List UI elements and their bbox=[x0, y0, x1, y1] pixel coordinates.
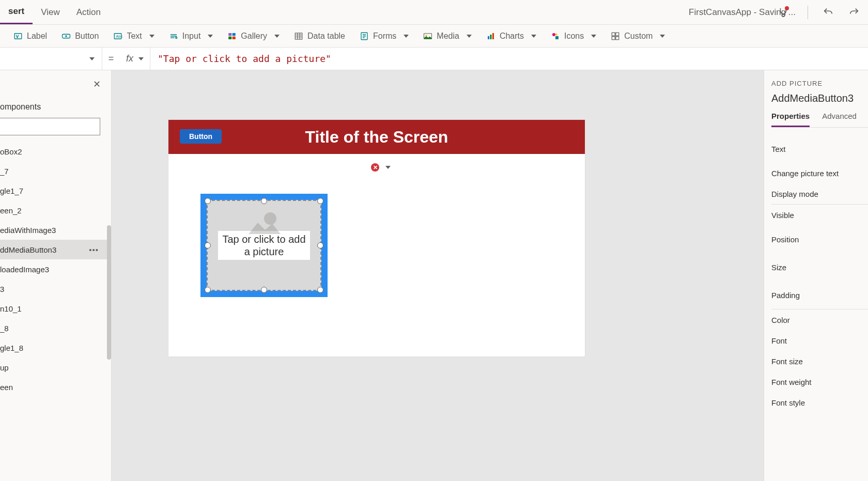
property-list: Text Change picture text Display mode Vi… bbox=[771, 128, 868, 481]
fx-label[interactable]: fx bbox=[120, 48, 150, 70]
tree-heading: omponents bbox=[0, 98, 111, 118]
tree-item[interactable]: een bbox=[0, 377, 111, 397]
formula-input[interactable]: "Tap or click to add a picture" bbox=[150, 53, 868, 64]
svg-rect-16 bbox=[490, 35, 491, 39]
tab-properties[interactable]: Properties bbox=[771, 112, 810, 127]
svg-point-3 bbox=[66, 35, 67, 36]
ribbon-custom[interactable]: Custom bbox=[611, 32, 665, 41]
tree-item[interactable]: loadedImage3 bbox=[0, 259, 111, 279]
property-selector[interactable] bbox=[0, 48, 102, 70]
svg-rect-7 bbox=[229, 33, 232, 36]
svg-rect-21 bbox=[616, 33, 619, 36]
canvas-button-control[interactable]: Button bbox=[180, 129, 222, 144]
image-placeholder-icon bbox=[243, 208, 285, 239]
resize-handle[interactable] bbox=[261, 287, 267, 293]
tree-item[interactable]: oBox2 bbox=[0, 142, 111, 161]
health-icon[interactable] bbox=[778, 7, 793, 18]
main-tabs: sert View Action bbox=[0, 0, 109, 24]
add-media-control[interactable]: Tap or click to add a picture bbox=[200, 194, 328, 297]
redo-icon[interactable] bbox=[848, 7, 860, 18]
screen-title-label: Title of the Screen bbox=[305, 128, 448, 147]
resize-handle[interactable] bbox=[317, 287, 323, 293]
prop-size[interactable]: Size bbox=[771, 253, 868, 281]
prop-visible[interactable]: Visible bbox=[771, 205, 868, 225]
tree-item[interactable]: een_2 bbox=[0, 200, 111, 220]
close-icon[interactable]: ✕ bbox=[93, 79, 101, 90]
svg-rect-17 bbox=[492, 33, 494, 39]
tree-item[interactable]: ediaWithImage3 bbox=[0, 220, 111, 240]
ribbon-charts[interactable]: Charts bbox=[486, 32, 536, 41]
tree-item[interactable]: n10_1 bbox=[0, 299, 111, 318]
label-icon bbox=[13, 32, 23, 41]
svg-rect-11 bbox=[295, 33, 302, 39]
insert-ribbon: Label Button Abc Text Input Gallery Data… bbox=[0, 25, 868, 48]
text-icon: Abc bbox=[113, 32, 122, 41]
resize-handle[interactable] bbox=[261, 198, 267, 204]
tree-item[interactable]: up bbox=[0, 358, 111, 377]
resize-handle[interactable] bbox=[317, 198, 323, 204]
canvas[interactable]: Button Title of the Screen ✕ Tap or clic… bbox=[112, 70, 764, 481]
svg-point-14 bbox=[426, 35, 427, 36]
ribbon-text[interactable]: Abc Text bbox=[113, 32, 154, 41]
prop-text[interactable]: Text bbox=[771, 135, 868, 163]
prop-font-weight[interactable]: Font weight bbox=[771, 371, 868, 392]
tab-advanced[interactable]: Advanced bbox=[822, 112, 857, 127]
tree-item[interactable]: 3 bbox=[0, 279, 111, 299]
svg-point-18 bbox=[552, 33, 555, 36]
more-icon[interactable]: ••• bbox=[89, 245, 99, 254]
formula-bar: = fx "Tap or click to add a picture" bbox=[0, 48, 868, 70]
tree-item[interactable]: _8 bbox=[0, 318, 111, 338]
svg-rect-15 bbox=[488, 36, 489, 39]
tab-view[interactable]: View bbox=[33, 0, 68, 24]
prop-font[interactable]: Font bbox=[771, 330, 868, 351]
ribbon-button[interactable]: Button bbox=[61, 32, 99, 41]
undo-icon[interactable] bbox=[823, 7, 834, 18]
gallery-icon bbox=[227, 32, 237, 41]
tree-item[interactable]: gle1_7 bbox=[0, 181, 111, 200]
tree-item[interactable]: gle1_8 bbox=[0, 338, 111, 358]
error-indicator[interactable]: ✕ bbox=[371, 163, 391, 172]
property-tabs: Properties Advanced bbox=[771, 112, 868, 128]
scrollbar-thumb[interactable] bbox=[107, 225, 111, 360]
prop-change-picture-text[interactable]: Change picture text bbox=[771, 163, 868, 183]
chevron-down-icon bbox=[274, 35, 280, 38]
chevron-down-icon bbox=[89, 57, 95, 60]
ribbon-forms[interactable]: Forms bbox=[360, 32, 409, 41]
tree-item[interactable]: _7 bbox=[0, 161, 111, 181]
chevron-down-icon bbox=[591, 35, 596, 38]
svg-text:Abc: Abc bbox=[116, 34, 123, 39]
custom-icon bbox=[611, 32, 620, 41]
ribbon-label[interactable]: Label bbox=[13, 32, 47, 41]
tree-search-input[interactable] bbox=[0, 118, 100, 135]
resize-handle[interactable] bbox=[205, 287, 211, 293]
tree-list: oBox2 _7 gle1_7 een_2 ediaWithImage3 ddM… bbox=[0, 142, 111, 481]
prop-font-style[interactable]: Font style bbox=[771, 392, 868, 413]
control-name[interactable]: AddMediaButton3 bbox=[771, 92, 868, 104]
ribbon-gallery[interactable]: Gallery bbox=[227, 32, 280, 41]
ribbon-datatable[interactable]: Data table bbox=[294, 32, 345, 41]
svg-point-24 bbox=[264, 212, 276, 225]
table-icon bbox=[294, 32, 303, 41]
resize-handle[interactable] bbox=[205, 198, 211, 204]
svg-rect-20 bbox=[612, 33, 615, 36]
prop-font-size[interactable]: Font size bbox=[771, 351, 868, 371]
prop-color[interactable]: Color bbox=[771, 309, 868, 330]
chevron-down-icon bbox=[138, 57, 144, 60]
ribbon-icons[interactable]: Icons bbox=[551, 32, 596, 41]
ribbon-media[interactable]: Media bbox=[423, 32, 472, 41]
charts-icon bbox=[486, 32, 495, 41]
svg-point-6 bbox=[176, 37, 177, 38]
screen-preview[interactable]: Button Title of the Screen ✕ Tap or clic… bbox=[168, 120, 585, 356]
control-type-label: ADD PICTURE bbox=[771, 80, 868, 87]
prop-padding[interactable]: Padding bbox=[771, 281, 868, 309]
prop-display-mode[interactable]: Display mode bbox=[771, 183, 868, 204]
tab-action[interactable]: Action bbox=[68, 0, 109, 24]
resize-handle[interactable] bbox=[205, 242, 211, 249]
svg-rect-10 bbox=[233, 36, 236, 39]
prop-position[interactable]: Position bbox=[771, 225, 868, 253]
chevron-down-icon bbox=[660, 35, 665, 38]
ribbon-input[interactable]: Input bbox=[169, 32, 213, 41]
resize-handle[interactable] bbox=[317, 242, 323, 249]
tab-insert[interactable]: sert bbox=[0, 0, 33, 24]
tree-item[interactable]: ddMediaButton3••• bbox=[0, 240, 111, 259]
